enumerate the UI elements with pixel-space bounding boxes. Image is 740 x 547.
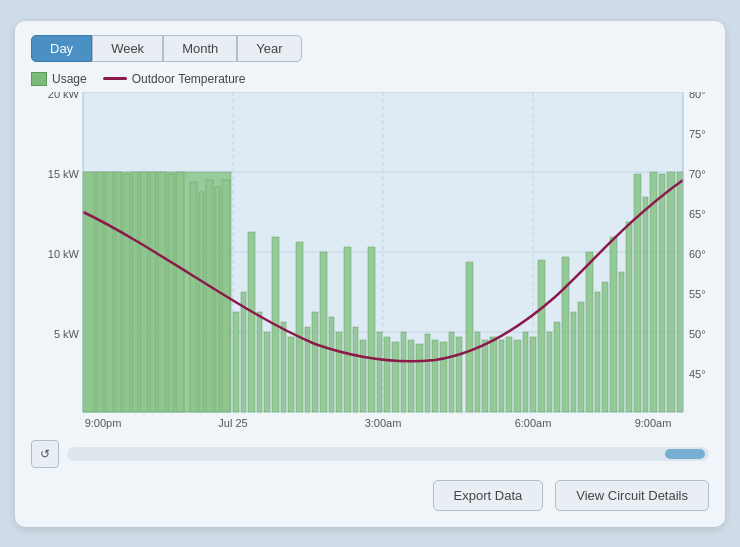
svg-rect-39 xyxy=(199,192,204,412)
svg-rect-34 xyxy=(150,172,156,412)
svg-rect-66 xyxy=(416,344,423,412)
svg-rect-87 xyxy=(586,252,593,412)
chart-container: 20 kW 15 kW 10 kW 5 kW 80° 75° 70° 65° 6… xyxy=(31,92,709,432)
svg-rect-73 xyxy=(475,332,480,412)
scroll-reset-button[interactable]: ↺ xyxy=(31,440,59,468)
svg-text:60°: 60° xyxy=(689,248,706,260)
usage-legend-label: Usage xyxy=(52,72,87,86)
chart-svg: 20 kW 15 kW 10 kW 5 kW 80° 75° 70° 65° 6… xyxy=(31,92,709,432)
svg-rect-44 xyxy=(241,292,246,412)
svg-text:75°: 75° xyxy=(689,128,706,140)
svg-rect-43 xyxy=(233,312,239,412)
svg-text:65°: 65° xyxy=(689,208,706,220)
svg-rect-91 xyxy=(619,272,624,412)
svg-rect-93 xyxy=(634,174,641,412)
svg-rect-77 xyxy=(506,337,512,412)
svg-rect-94 xyxy=(643,197,648,412)
svg-rect-97 xyxy=(667,172,675,412)
refresh-icon: ↺ xyxy=(40,447,50,461)
svg-rect-81 xyxy=(538,260,545,412)
svg-rect-84 xyxy=(562,257,569,412)
usage-legend: Usage xyxy=(31,72,87,86)
svg-rect-47 xyxy=(264,332,270,412)
svg-rect-61 xyxy=(377,332,382,412)
svg-rect-32 xyxy=(132,172,138,412)
tab-month[interactable]: Month xyxy=(163,35,237,62)
svg-rect-92 xyxy=(626,222,632,412)
svg-rect-98 xyxy=(677,172,683,412)
svg-rect-64 xyxy=(401,332,406,412)
svg-rect-53 xyxy=(312,312,318,412)
svg-rect-86 xyxy=(578,302,584,412)
svg-rect-55 xyxy=(329,317,334,412)
tab-week[interactable]: Week xyxy=(92,35,163,62)
svg-rect-96 xyxy=(659,174,665,412)
svg-rect-71 xyxy=(456,337,462,412)
svg-rect-90 xyxy=(610,237,617,412)
svg-text:Jul 25: Jul 25 xyxy=(218,417,247,429)
svg-text:3:00am: 3:00am xyxy=(365,417,402,429)
svg-rect-30 xyxy=(115,172,121,412)
svg-rect-65 xyxy=(408,340,414,412)
svg-text:15 kW: 15 kW xyxy=(48,168,80,180)
temp-legend-icon xyxy=(103,77,127,80)
svg-text:6:00am: 6:00am xyxy=(515,417,552,429)
scrollbar-thumb[interactable] xyxy=(665,449,705,459)
svg-rect-50 xyxy=(288,337,294,412)
svg-rect-28 xyxy=(97,172,103,412)
svg-rect-38 xyxy=(190,182,197,412)
svg-rect-58 xyxy=(353,327,358,412)
svg-rect-60 xyxy=(368,247,375,412)
svg-rect-72 xyxy=(466,262,473,412)
svg-rect-85 xyxy=(571,312,576,412)
svg-rect-56 xyxy=(336,332,342,412)
usage-legend-icon xyxy=(31,72,47,86)
svg-rect-67 xyxy=(425,334,430,412)
svg-rect-62 xyxy=(384,337,390,412)
export-data-button[interactable]: Export Data xyxy=(433,480,544,511)
svg-text:45°: 45° xyxy=(689,368,706,380)
svg-rect-41 xyxy=(215,187,220,412)
svg-rect-74 xyxy=(482,340,488,412)
svg-rect-70 xyxy=(449,332,454,412)
view-circuit-details-button[interactable]: View Circuit Details xyxy=(555,480,709,511)
main-card: Day Week Month Year Usage Outdoor Temper… xyxy=(15,21,725,527)
svg-rect-80 xyxy=(530,337,536,412)
svg-rect-89 xyxy=(602,282,608,412)
svg-rect-31 xyxy=(123,174,130,412)
svg-rect-37 xyxy=(176,172,184,412)
svg-rect-63 xyxy=(392,342,399,412)
svg-rect-88 xyxy=(595,292,600,412)
svg-rect-59 xyxy=(360,340,366,412)
svg-rect-33 xyxy=(140,172,148,412)
svg-rect-49 xyxy=(281,322,286,412)
svg-rect-76 xyxy=(499,340,504,412)
chart-legend: Usage Outdoor Temperature xyxy=(31,72,709,86)
svg-rect-57 xyxy=(344,247,351,412)
svg-rect-45 xyxy=(248,232,255,412)
tab-day[interactable]: Day xyxy=(31,35,92,62)
svg-rect-83 xyxy=(554,322,560,412)
temp-legend-label: Outdoor Temperature xyxy=(132,72,246,86)
temp-legend: Outdoor Temperature xyxy=(103,72,246,86)
svg-text:9:00am: 9:00am xyxy=(635,417,672,429)
action-buttons: Export Data View Circuit Details xyxy=(31,480,709,511)
svg-rect-27 xyxy=(83,172,95,412)
svg-text:70°: 70° xyxy=(689,168,706,180)
svg-rect-29 xyxy=(105,172,113,412)
svg-rect-54 xyxy=(320,252,327,412)
svg-rect-95 xyxy=(650,172,657,412)
scrollbar-track[interactable] xyxy=(67,447,709,461)
svg-rect-40 xyxy=(206,180,213,412)
svg-rect-69 xyxy=(440,342,447,412)
svg-text:5 kW: 5 kW xyxy=(54,328,80,340)
svg-text:20 kW: 20 kW xyxy=(48,92,80,100)
svg-rect-82 xyxy=(547,332,552,412)
svg-rect-51 xyxy=(296,242,303,412)
svg-text:55°: 55° xyxy=(689,288,706,300)
svg-text:80°: 80° xyxy=(689,92,706,100)
svg-rect-35 xyxy=(158,172,166,412)
svg-rect-46 xyxy=(257,312,262,412)
svg-rect-79 xyxy=(523,332,528,412)
tab-year[interactable]: Year xyxy=(237,35,301,62)
